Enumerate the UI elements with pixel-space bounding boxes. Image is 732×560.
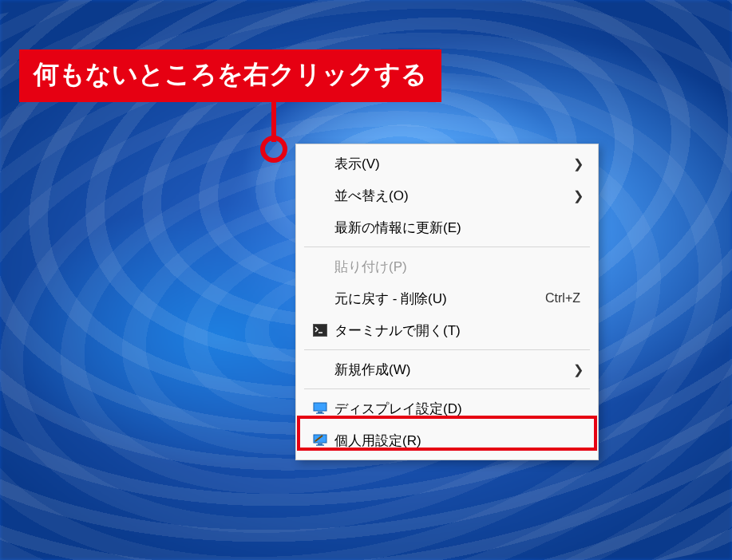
menu-item-refresh[interactable]: 最新の情報に更新(E) (298, 211, 596, 243)
menu-item-paste: 貼り付け(P) (298, 250, 596, 282)
menu-item-display-settings[interactable]: ディスプレイ設定(D) (298, 392, 596, 424)
menu-item-label: 並べ替え(O) (331, 187, 573, 205)
menu-item-new[interactable]: 新規作成(W) ❯ (298, 353, 596, 385)
menu-item-label: 個人用設定(R) (331, 432, 585, 450)
svg-rect-3 (318, 412, 322, 413)
svg-rect-7 (316, 445, 324, 446)
terminal-icon (309, 324, 331, 337)
desktop-context-menu: 表示(V) ❯ 並べ替え(O) ❯ 最新の情報に更新(E) 貼り付け(P) 元に… (295, 144, 599, 460)
svg-rect-6 (318, 444, 322, 445)
menu-item-label: 新規作成(W) (331, 361, 573, 379)
annotation-callout: 何もないところを右クリックする (19, 49, 441, 102)
menu-item-view[interactable]: 表示(V) ❯ (298, 148, 596, 179)
menu-item-label: ディスプレイ設定(D) (331, 400, 585, 418)
personalize-icon (309, 434, 331, 447)
annotation-pointer-circle (260, 136, 287, 163)
menu-separator (304, 349, 590, 350)
chevron-right-icon: ❯ (573, 156, 585, 172)
menu-item-label: 最新の情報に更新(E) (331, 219, 585, 237)
chevron-right-icon: ❯ (573, 362, 585, 377)
menu-item-label: 貼り付け(P) (331, 258, 585, 276)
chevron-right-icon: ❯ (573, 188, 585, 203)
annotation-callout-text: 何もないところを右クリックする (34, 60, 427, 89)
menu-item-label: 元に戻す - 削除(U) (331, 290, 545, 308)
svg-rect-0 (314, 325, 327, 337)
menu-separator (304, 246, 590, 247)
menu-item-undo-delete[interactable]: 元に戻す - 削除(U) Ctrl+Z (298, 282, 596, 314)
menu-item-label: 表示(V) (331, 155, 573, 173)
monitor-icon (309, 402, 331, 415)
svg-rect-4 (316, 413, 324, 414)
menu-item-personalize[interactable]: 個人用設定(R) (298, 424, 596, 456)
menu-item-shortcut: Ctrl+Z (545, 291, 585, 306)
menu-item-label: ターミナルで開く(T) (331, 321, 585, 340)
menu-separator (304, 388, 590, 389)
menu-item-open-terminal[interactable]: ターミナルで開く(T) (298, 314, 596, 346)
svg-rect-2 (314, 403, 326, 411)
menu-item-sort[interactable]: 並べ替え(O) ❯ (298, 179, 596, 211)
